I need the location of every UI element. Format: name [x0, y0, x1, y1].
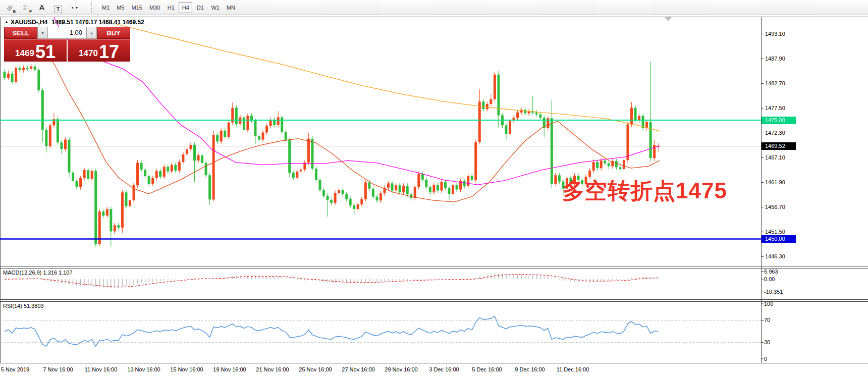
sell-price-pips: 51 [35, 44, 56, 60]
chart-title: ▲XAUUSD-,H41469.51 1470.17 1468.41 1469.… [5, 19, 144, 26]
buy-price-pips: 17 [99, 44, 119, 60]
sell-price-box[interactable]: 1469 51 [4, 39, 67, 62]
volume-decrease-button[interactable]: ▼ [37, 27, 48, 39]
moving-average [116, 24, 660, 131]
mt4-window: E F A T ▾ M1M5M15M30H1H4D1W1MN ▲XAUUSD-,… [0, 0, 868, 376]
chart-shift-marker-icon[interactable] [665, 17, 672, 21]
volume-stepper: ▼ 1.00 ▲ [37, 27, 97, 39]
buy-price-main: 1470 [79, 48, 98, 59]
symbol-label: XAUUSD-,H4 [11, 19, 47, 26]
macd-histogram [5, 273, 658, 288]
buy-price-box[interactable]: 1470 17 [68, 39, 130, 62]
volume-field[interactable]: 1.00 [48, 27, 86, 39]
rsi-line [5, 316, 658, 346]
moving-average [53, 17, 660, 185]
ohlc-values: 1469.51 1470.17 1468.41 1469.52 [51, 19, 144, 26]
volume-increase-button[interactable]: ▲ [86, 27, 97, 39]
chart-canvas[interactable] [0, 0, 868, 376]
collapse-arrow-icon[interactable]: ▲ [5, 20, 9, 24]
buy-button[interactable]: BUY [97, 27, 130, 39]
sell-button[interactable]: SELL [4, 27, 37, 39]
one-click-trade-panel: SELL ▼ 1.00 ▲ BUY 1469 51 1470 17 [4, 27, 130, 62]
sell-price-main: 1469 [15, 48, 34, 59]
